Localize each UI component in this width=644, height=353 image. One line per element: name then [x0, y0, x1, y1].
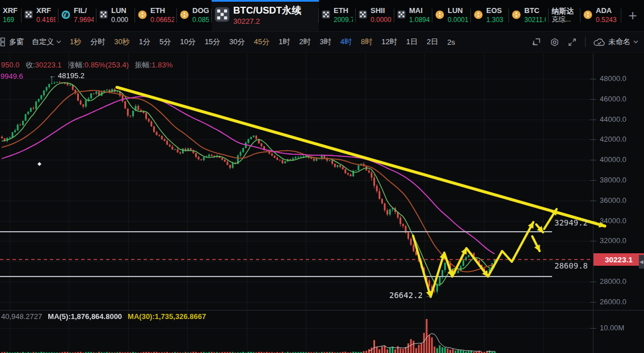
timeframe-4[interactable]: 1分 — [134, 37, 155, 47]
timeframe-2[interactable]: 分时 — [86, 37, 110, 47]
tab-symbol: ETH — [334, 7, 353, 15]
timeframe-7[interactable]: 15分 — [200, 37, 225, 47]
timeframe-5[interactable]: 5分 — [155, 37, 175, 47]
tab-price: 169 — [3, 16, 18, 24]
timeframe-group: 1秒分时30秒1分5分10分15分30分45分1时2时3时4时8时12时1日2日… — [65, 37, 460, 47]
tab-symbol-line2: 克综... — [552, 16, 574, 24]
tab-price: 30227.2 — [233, 18, 301, 26]
timeframe-11[interactable]: 2时 — [294, 37, 315, 47]
tab-symbol: BTC — [524, 7, 546, 15]
tab-symbol: LUN — [448, 7, 468, 15]
grid-icon — [214, 7, 230, 24]
tab-price: 0.41690 — [36, 16, 56, 24]
tab-symbol: LUN — [111, 7, 128, 15]
timeframe-18[interactable]: 2s — [443, 38, 460, 46]
tab-btc-usdt-perp[interactable]: BTC/USDT永续30227.2 — [212, 0, 319, 31]
timeframe-16[interactable]: 1日 — [402, 37, 422, 47]
timeframe-10[interactable]: 1时 — [274, 37, 294, 47]
coin-icon — [435, 10, 444, 22]
coin-icon — [583, 10, 592, 22]
tab-lun-1[interactable]: LUN0.000 — [96, 0, 135, 31]
multi-window-icon — [0, 37, 5, 46]
tab-price: 0.00001 — [371, 16, 392, 24]
tab-price: 0.00013 — [448, 16, 468, 24]
tab-symbol: SHII — [371, 7, 392, 15]
timeframe-8[interactable]: 30分 — [225, 37, 249, 47]
trading-app: XRF169XRF0.41690FIL/7.9694LUN0.000ETH0.0… — [0, 0, 644, 353]
tab-symbol: EOS — [486, 7, 503, 15]
timeframe-3[interactable]: 30秒 — [110, 37, 134, 47]
grid-icon — [322, 10, 330, 21]
tab-price: 0.5243 — [596, 16, 617, 24]
tab-symbol: BTC/USDT永续 — [233, 5, 301, 16]
grid-icon — [397, 10, 406, 21]
tab-symbol: FIL/ — [74, 7, 94, 15]
tab-btc[interactable]: BTC30211.0 — [509, 0, 549, 31]
candlestick-chart[interactable] — [0, 53, 644, 353]
chart-toolbar: 多窗 自定义 1秒分时30秒1分5分10分15分30分45分1时2时3时4时8时… — [0, 31, 644, 53]
tab-symbol: MAI — [409, 7, 430, 15]
filecoin-icon — [61, 10, 70, 22]
tab-lun-2[interactable]: LUN0.00013 — [432, 0, 471, 31]
tab-price: 0.0858 — [192, 16, 209, 24]
tab-symbol: DOG — [192, 7, 209, 15]
tab-symbol: XRF — [36, 7, 56, 15]
timeframe-1[interactable]: 1秒 — [65, 37, 86, 47]
coin-icon — [180, 10, 189, 22]
tab-nasdaq[interactable]: 纳斯达克综... — [549, 0, 580, 31]
toolbar-divider — [585, 37, 586, 47]
tab-price: 30211.0 — [524, 16, 546, 24]
axis-collapse-handle[interactable]: ◀ — [639, 255, 644, 269]
custom-period-button[interactable]: 自定义 — [28, 37, 65, 47]
layout-menu[interactable]: 未命名 — [594, 37, 638, 47]
settings-icon[interactable] — [550, 37, 559, 47]
tab-symbol: ETH — [150, 7, 174, 15]
tab-symbol: ADA — [596, 7, 617, 15]
tab-mai[interactable]: MAI1.0894 — [394, 0, 432, 31]
tab-shib[interactable]: SHII0.00001 — [356, 0, 394, 31]
timeframe-17[interactable]: 2日 — [422, 37, 443, 47]
tab-price: 1.303 — [486, 16, 503, 24]
tab-fil[interactable]: FIL/7.9694 — [58, 0, 96, 31]
timeframe-6[interactable]: 10分 — [175, 37, 200, 47]
tab-price: 7.9694 — [74, 16, 94, 24]
tab-price: 2009.79 — [334, 16, 353, 24]
tab-xrf-0[interactable]: XRF169 — [0, 0, 22, 31]
grid-icon — [359, 10, 367, 21]
tab-price: 0.000 — [111, 16, 128, 24]
timeframe-12[interactable]: 3时 — [315, 37, 336, 47]
fullscreen-icon[interactable] — [567, 37, 577, 47]
coin-icon — [474, 10, 483, 22]
tab-eth-2[interactable]: ETH2009.79 — [319, 0, 356, 31]
chevron-down-icon — [633, 40, 638, 44]
tab-price: 0.06652 — [150, 16, 174, 24]
coin-icon — [138, 10, 147, 22]
timeframe-13[interactable]: 4时 — [336, 37, 356, 47]
tab-bar: XRF169XRF0.41690FIL/7.9694LUN0.000ETH0.0… — [0, 0, 644, 31]
tab-eos[interactable]: EOS1.303 — [471, 0, 509, 31]
tab-symbol: XRF — [3, 7, 18, 15]
tab-eth-1[interactable]: ETH0.06652 — [135, 0, 177, 31]
multi-window-button[interactable]: 多窗 — [5, 37, 28, 47]
cloud-save-icon — [594, 38, 605, 46]
add-pane-icon[interactable] — [532, 37, 542, 47]
tab-symbol: 纳斯达 — [552, 7, 574, 16]
layout-name: 未命名 — [608, 37, 630, 47]
chevron-down-icon — [56, 40, 61, 44]
tab-ada[interactable]: ADA0.5243 — [580, 0, 621, 31]
coin-icon — [512, 10, 521, 22]
timeframe-14[interactable]: 8时 — [356, 37, 377, 47]
tab-price: 1.0894 — [409, 16, 430, 24]
tab-xrf-1[interactable]: XRF0.41690 — [22, 0, 58, 31]
timeframe-9[interactable]: 45分 — [250, 37, 274, 47]
grid-icon — [99, 10, 108, 21]
tab-dog[interactable]: DOG0.0858 — [177, 0, 212, 31]
add-tab-button[interactable]: + — [621, 0, 644, 31]
grid-icon — [24, 10, 33, 21]
timeframe-15[interactable]: 12时 — [377, 37, 401, 47]
